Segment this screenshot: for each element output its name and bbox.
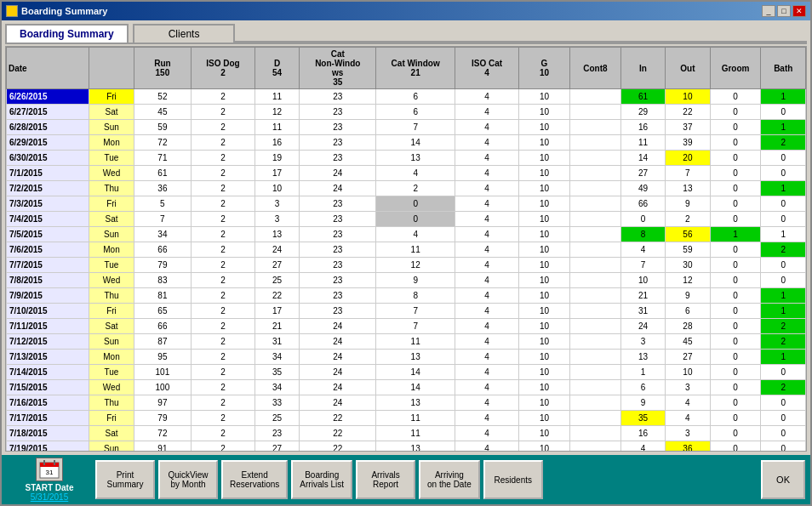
cell-isocat: 4 xyxy=(455,288,519,304)
cell-run: 100 xyxy=(134,380,191,395)
start-date-value[interactable]: 5/31/2015 xyxy=(31,492,69,502)
cell-g: 10 xyxy=(519,273,570,288)
cell-run: 52 xyxy=(134,89,191,105)
cell-day: Sun xyxy=(89,334,134,350)
cell-cont8 xyxy=(569,258,620,273)
tab-clients[interactable]: Clients xyxy=(133,24,236,43)
cell-run: 65 xyxy=(134,304,191,319)
cell-run: 72 xyxy=(134,135,191,151)
cell-day: Sun xyxy=(89,227,134,242)
cell-catwindow: 7 xyxy=(376,319,455,334)
cell-run: 83 xyxy=(134,273,191,288)
table-row: 6/30/2015Tue712192313410142000 xyxy=(7,151,806,166)
cell-in: 7 xyxy=(620,258,665,273)
cell-d: 17 xyxy=(254,166,299,181)
arrivals-report-button[interactable]: ArrivalsReport xyxy=(356,460,415,499)
close-button[interactable]: ✕ xyxy=(792,5,806,17)
cell-out: 59 xyxy=(666,242,710,258)
cell-run: 91 xyxy=(134,441,191,452)
cell-isodog: 2 xyxy=(192,135,255,151)
cell-groom: 0 xyxy=(710,441,761,452)
cell-out: 7 xyxy=(666,166,710,181)
cell-isocat: 4 xyxy=(455,196,519,212)
cell-bath: 1 xyxy=(761,350,806,365)
content-area: Boarding Summary Clients Date Run150 ISO… xyxy=(2,20,810,455)
boarding-arrivals-button[interactable]: BoardingArrivals List xyxy=(291,460,352,499)
cell-day: Sat xyxy=(89,319,134,334)
cell-out: 22 xyxy=(666,105,710,120)
cell-d: 34 xyxy=(254,380,299,395)
table-row: 7/10/2015Fri6521723741031601 xyxy=(7,304,806,319)
cell-isocat: 4 xyxy=(455,319,519,334)
table-row: 7/3/2015Fri52323041066900 xyxy=(7,196,806,212)
cell-catwindow: 14 xyxy=(376,135,455,151)
table-wrapper[interactable]: Date Run150 ISO Dog2 D54 CatNon-Windows3… xyxy=(6,47,806,451)
cell-isodog: 2 xyxy=(192,151,255,166)
cell-out: 36 xyxy=(666,441,710,452)
cell-catnonwindow: 23 xyxy=(300,258,376,273)
tab-boarding-summary[interactable]: Boarding Summary xyxy=(5,24,129,43)
cell-isocat: 4 xyxy=(455,120,519,135)
cell-date: 7/1/2015 xyxy=(7,166,89,181)
cell-cont8 xyxy=(569,334,620,350)
cell-isocat: 4 xyxy=(455,258,519,273)
table-row: 7/15/2015Wed10023424144106302 xyxy=(7,380,806,395)
tab-row: Boarding Summary Clients xyxy=(5,24,807,44)
cell-bath: 0 xyxy=(761,273,806,288)
cell-run: 97 xyxy=(134,395,191,411)
extend-reservations-button[interactable]: ExtendReservations xyxy=(221,460,288,499)
cell-in: 11 xyxy=(620,135,665,151)
cell-out: 6 xyxy=(666,304,710,319)
residents-button[interactable]: Residents xyxy=(483,460,543,499)
cell-bath: 2 xyxy=(761,242,806,258)
cell-d: 27 xyxy=(254,258,299,273)
title-bar: Boarding Summary _ □ ✕ xyxy=(2,2,810,20)
cell-day: Tue xyxy=(89,258,134,273)
cell-out: 3 xyxy=(666,380,710,395)
maximize-button[interactable]: □ xyxy=(777,5,791,17)
cell-out: 27 xyxy=(666,350,710,365)
minimize-button[interactable]: _ xyxy=(762,5,775,17)
cell-catwindow: 11 xyxy=(376,426,455,441)
cell-day: Fri xyxy=(89,196,134,212)
header-isocat: ISO Cat4 xyxy=(455,48,519,89)
cell-run: 7 xyxy=(134,212,191,227)
cell-d: 31 xyxy=(254,334,299,350)
cell-day: Wed xyxy=(89,166,134,181)
cell-groom: 1 xyxy=(710,227,761,242)
cell-day: Sat xyxy=(89,105,134,120)
cell-d: 22 xyxy=(254,288,299,304)
cell-catnonwindow: 23 xyxy=(300,151,376,166)
cell-g: 10 xyxy=(519,319,570,334)
cell-date: 7/14/2015 xyxy=(7,365,89,380)
cell-date: 7/12/2015 xyxy=(7,334,89,350)
cell-d: 10 xyxy=(254,181,299,196)
table-row: 7/16/2015Thu9723324134109400 xyxy=(7,395,806,411)
cell-date: 7/6/2015 xyxy=(7,242,89,258)
cell-in: 4 xyxy=(620,441,665,452)
arriving-on-date-button[interactable]: Arrivingon the Date xyxy=(419,460,480,499)
cell-catwindow: 13 xyxy=(376,395,455,411)
cell-day: Sat xyxy=(89,212,134,227)
cell-catwindow: 14 xyxy=(376,380,455,395)
ok-button[interactable]: OK xyxy=(761,460,805,499)
header-out: Out xyxy=(666,48,710,89)
cell-catwindow: 11 xyxy=(376,334,455,350)
cell-catwindow: 7 xyxy=(376,304,455,319)
cell-catnonwindow: 22 xyxy=(300,411,376,426)
cell-groom: 0 xyxy=(710,380,761,395)
cell-out: 45 xyxy=(666,334,710,350)
cell-d: 25 xyxy=(254,411,299,426)
cell-day: Fri xyxy=(89,411,134,426)
quickview-button[interactable]: QuickViewby Month xyxy=(158,460,218,499)
cell-out: 4 xyxy=(666,411,710,426)
cell-catwindow: 11 xyxy=(376,411,455,426)
cell-date: 7/15/2015 xyxy=(7,380,89,395)
print-summary-button[interactable]: PrintSummary xyxy=(95,460,155,499)
cell-in: 8 xyxy=(620,227,665,242)
cell-catwindow: 9 xyxy=(376,273,455,288)
cell-cont8 xyxy=(569,135,620,151)
cell-isocat: 4 xyxy=(455,242,519,258)
cell-catnonwindow: 24 xyxy=(300,365,376,380)
cell-date: 7/8/2015 xyxy=(7,273,89,288)
